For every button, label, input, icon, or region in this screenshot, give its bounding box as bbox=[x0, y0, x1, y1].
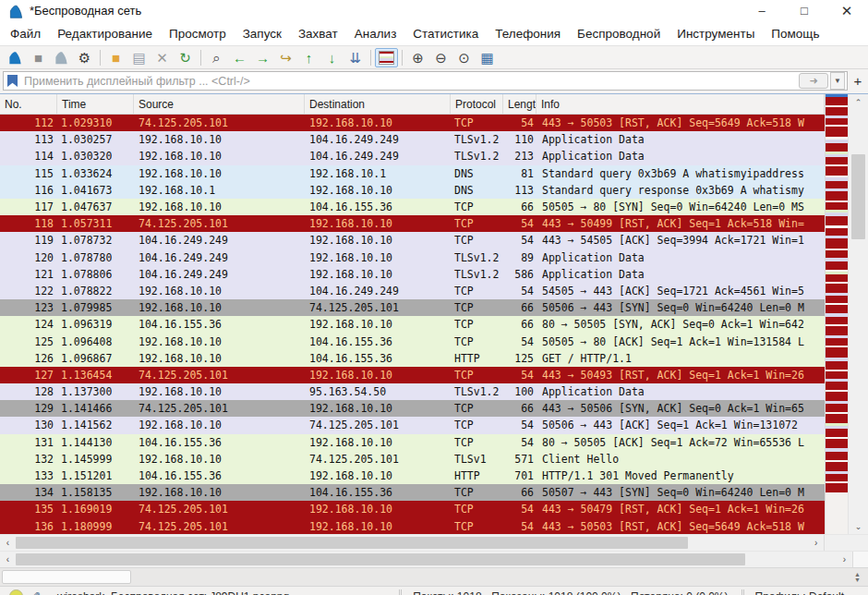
packet-row-120[interactable]: 1201.078780104.16.249.249192.168.10.10TL… bbox=[0, 249, 825, 266]
packet-row-124[interactable]: 1241.096319104.16.155.36192.168.10.10TCP… bbox=[0, 316, 825, 333]
filter-dropdown-caret-icon[interactable]: ▼ bbox=[830, 72, 845, 90]
window-title: *Беспроводная сеть bbox=[30, 4, 141, 18]
expert-info-icon[interactable] bbox=[9, 589, 23, 595]
zoom-in-icon[interactable]: ⊕ bbox=[406, 48, 429, 67]
menu-item-беспроводной[interactable]: Беспроводной bbox=[569, 23, 669, 44]
find-packet-icon[interactable]: ⌕ bbox=[205, 48, 228, 67]
packet-row-136[interactable]: 1361.18099974.125.205.101192.168.10.10TC… bbox=[0, 518, 825, 535]
cell-no: 118 bbox=[0, 217, 57, 230]
save-file-icon[interactable]: ▤ bbox=[127, 48, 151, 67]
scroll-right-icon[interactable]: › bbox=[808, 535, 824, 551]
display-filter-input[interactable] bbox=[22, 74, 799, 89]
cell-info: Application Data bbox=[536, 150, 825, 163]
resize-columns-icon[interactable]: ▦ bbox=[476, 48, 499, 67]
cell-src: 192.168.10.10 bbox=[134, 285, 305, 298]
packet-row-114[interactable]: 1141.030320192.168.10.10104.16.249.249TL… bbox=[0, 148, 825, 164]
cell-no: 112 bbox=[0, 116, 57, 129]
minimize-button[interactable]: – bbox=[741, 0, 783, 21]
hscrollbar-track-1[interactable] bbox=[16, 535, 808, 551]
menu-item-анализ[interactable]: Анализ bbox=[346, 23, 405, 44]
menu-item-телефония[interactable]: Телефония bbox=[487, 23, 569, 44]
packet-row-125[interactable]: 1251.096408192.168.10.10104.16.155.36TCP… bbox=[0, 333, 825, 349]
packet-row-129[interactable]: 1291.14146674.125.205.101192.168.10.10TC… bbox=[0, 400, 825, 417]
packet-row-116[interactable]: 1161.041673192.168.10.1192.168.10.10DNS1… bbox=[0, 182, 825, 199]
go-last-packet-icon[interactable]: ↓ bbox=[320, 48, 344, 67]
packet-row-123[interactable]: 1231.079985192.168.10.1074.125.205.101TC… bbox=[0, 299, 825, 316]
column-header-info[interactable]: Info bbox=[536, 94, 825, 114]
cell-len: 54 bbox=[503, 285, 536, 298]
column-header-destination[interactable]: Destination bbox=[305, 94, 451, 114]
packet-row-115[interactable]: 1151.033624192.168.10.10192.168.10.1DNS8… bbox=[0, 165, 825, 182]
go-back-icon[interactable]: ← bbox=[228, 48, 251, 67]
menu-item-статистика[interactable]: Статистика bbox=[404, 23, 487, 44]
hscrollbar-thumb-1[interactable] bbox=[16, 537, 688, 549]
column-header-length[interactable]: Length bbox=[503, 94, 536, 114]
column-header-no[interactable]: No. bbox=[0, 94, 57, 114]
packet-row-118[interactable]: 1181.05731174.125.205.101192.168.10.10TC… bbox=[0, 215, 825, 232]
reload-file-icon[interactable]: ↻ bbox=[174, 48, 197, 67]
profile-label[interactable]: Профиль: Default bbox=[748, 590, 850, 595]
scroll-left-icon[interactable]: ‹ bbox=[0, 535, 16, 551]
restart-capture-icon[interactable] bbox=[50, 48, 73, 67]
secondary-hscrollbar[interactable]: ‹ › bbox=[0, 551, 868, 567]
maximize-button[interactable]: □ bbox=[783, 0, 826, 21]
menu-item-редактирование[interactable]: Редактирование bbox=[49, 23, 161, 44]
hscrollbar-track-2[interactable] bbox=[16, 552, 837, 567]
start-capture-icon[interactable] bbox=[4, 48, 27, 67]
menu-item-запуск[interactable]: Запуск bbox=[235, 23, 290, 44]
menu-item-просмотр[interactable]: Просмотр bbox=[161, 23, 235, 44]
column-header-time[interactable]: Time bbox=[57, 94, 134, 114]
packet-row-112[interactable]: 1121.02931074.125.205.101192.168.10.10TC… bbox=[0, 115, 825, 131]
menu-item-помощь[interactable]: Помощь bbox=[763, 23, 827, 44]
open-file-icon[interactable]: ■ bbox=[104, 48, 127, 67]
hscrollbar-thumb-2[interactable] bbox=[16, 553, 745, 565]
packet-row-132[interactable]: 1321.145999192.168.10.1074.125.205.101TL… bbox=[0, 451, 825, 468]
go-to-packet-icon[interactable]: ↪ bbox=[274, 48, 297, 67]
packet-list-hscrollbar[interactable]: ‹ › bbox=[0, 534, 868, 551]
column-header-source[interactable]: Source bbox=[134, 94, 305, 114]
packet-row-126[interactable]: 1261.096867192.168.10.10104.16.155.36HTT… bbox=[0, 350, 825, 367]
intelligent-scrollbar-minimap[interactable] bbox=[825, 94, 848, 534]
filter-bookmark-icon[interactable] bbox=[7, 75, 18, 87]
colorize-icon[interactable] bbox=[375, 48, 398, 67]
close-button[interactable]: ✕ bbox=[826, 0, 868, 21]
go-forward-icon[interactable]: → bbox=[251, 48, 274, 67]
pane-spinner-icon[interactable]: ▲▼ bbox=[854, 572, 861, 583]
packet-row-121[interactable]: 1211.078806104.16.249.249192.168.10.10TL… bbox=[0, 266, 825, 283]
packet-row-134[interactable]: 1341.158135192.168.10.10104.16.155.36TCP… bbox=[0, 484, 825, 501]
cell-src: 192.168.10.10 bbox=[134, 453, 305, 466]
packet-row-130[interactable]: 1301.141562192.168.10.1074.125.205.101TC… bbox=[0, 417, 825, 433]
packet-row-113[interactable]: 1131.030257192.168.10.10104.16.249.249TL… bbox=[0, 131, 825, 148]
packet-row-128[interactable]: 1281.137300192.168.10.1095.163.54.50TLSv… bbox=[0, 383, 825, 400]
menu-item-захват[interactable]: Захват bbox=[290, 23, 346, 44]
packet-row-119[interactable]: 1191.078732104.16.249.249192.168.10.10TC… bbox=[0, 232, 825, 249]
vertical-scrollbar-thumb[interactable] bbox=[851, 154, 865, 239]
scroll-down-icon[interactable]: ⌄ bbox=[849, 518, 868, 534]
capture-options-icon[interactable]: ⚙ bbox=[73, 48, 96, 67]
packet-row-131[interactable]: 1311.144130104.16.155.36192.168.10.10TCP… bbox=[0, 434, 825, 451]
vertical-scrollbar[interactable]: ⌃ ⌄ bbox=[848, 94, 868, 534]
go-first-packet-icon[interactable]: ↑ bbox=[297, 48, 320, 67]
stop-capture-icon[interactable]: ■ bbox=[27, 48, 50, 67]
menu-item-инструменты[interactable]: Инструменты bbox=[669, 23, 763, 44]
scroll-left-icon-2[interactable]: ‹ bbox=[0, 552, 16, 567]
vertical-scrollbar-track[interactable] bbox=[849, 110, 868, 518]
zoom-out-icon[interactable]: ⊖ bbox=[429, 48, 452, 67]
packet-row-135[interactable]: 1351.16901974.125.205.101192.168.10.10TC… bbox=[0, 501, 825, 517]
apply-filter-button[interactable]: ➜ bbox=[799, 73, 828, 89]
column-header-protocol[interactable]: Protocol bbox=[451, 94, 503, 114]
packet-row-122[interactable]: 1221.078822192.168.10.10104.16.249.249TC… bbox=[0, 283, 825, 299]
scroll-up-icon[interactable]: ⌃ bbox=[849, 94, 868, 110]
cell-src: 104.16.155.36 bbox=[134, 436, 305, 449]
packet-row-117[interactable]: 1171.047637192.168.10.10104.16.155.36TCP… bbox=[0, 199, 825, 215]
close-file-icon[interactable]: ✕ bbox=[151, 48, 174, 67]
capture-comment-icon[interactable]: ✎ bbox=[30, 589, 41, 595]
add-filter-button[interactable]: + bbox=[850, 72, 865, 90]
zoom-original-icon[interactable]: ⊙ bbox=[452, 48, 476, 67]
menu-item-файл[interactable]: Файл bbox=[2, 23, 49, 44]
packet-row-127[interactable]: 1271.13645474.125.205.101192.168.10.10TC… bbox=[0, 367, 825, 383]
cell-proto: HTTP bbox=[451, 352, 503, 365]
scroll-right-icon-2[interactable]: › bbox=[837, 552, 852, 567]
autoscroll-icon[interactable]: ⇊ bbox=[344, 48, 367, 67]
packet-row-133[interactable]: 1331.151201104.16.155.36192.168.10.10HTT… bbox=[0, 468, 825, 484]
